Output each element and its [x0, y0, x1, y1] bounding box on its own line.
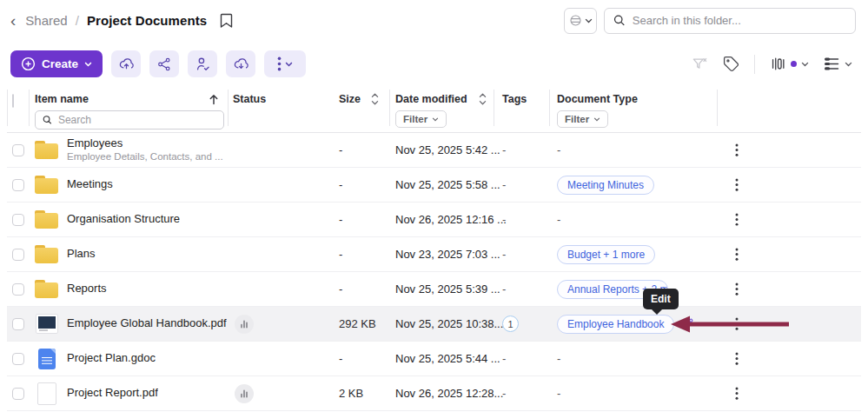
item-document-type: -	[557, 213, 560, 226]
item-size: -	[339, 143, 389, 156]
row-more-menu[interactable]	[732, 141, 741, 159]
pencil-icon	[681, 317, 694, 330]
column-header-tags[interactable]: Tags	[502, 93, 527, 105]
row-checkbox[interactable]	[12, 179, 24, 191]
item-name[interactable]: Organisation Structure	[67, 212, 180, 226]
table-row[interactable]: Employees Employee Details, Contacts, an…	[7, 133, 861, 168]
kebab-icon	[735, 213, 739, 226]
item-tags: -	[502, 282, 506, 296]
upload-button[interactable]	[111, 50, 141, 77]
item-name[interactable]: Project Report.pdf	[67, 386, 158, 400]
chevron-down-icon	[845, 62, 852, 67]
document-type-pill[interactable]: Meeting Minutes	[557, 176, 654, 195]
item-name[interactable]: Employee Global Handbook.pdf	[67, 316, 227, 330]
document-type-pill[interactable]: Employee Handbook	[557, 315, 674, 334]
list-view-icon	[824, 56, 840, 71]
folder-search[interactable]	[604, 8, 856, 34]
item-document-type: -	[557, 143, 560, 156]
bookmark-icon[interactable]	[220, 13, 233, 28]
document-type-pill[interactable]: Budget + 1 more	[557, 245, 655, 264]
edit-tooltip: Edit	[643, 289, 679, 309]
item-name[interactable]: Meetings	[67, 177, 113, 191]
filter-x-icon	[691, 56, 708, 73]
item-tags: -	[502, 248, 506, 261]
manage-access-button[interactable]	[188, 50, 217, 77]
more-actions-button[interactable]	[264, 50, 306, 77]
cloud-upload-icon	[118, 56, 135, 72]
create-button[interactable]: Create	[10, 50, 103, 77]
search-icon	[43, 115, 52, 125]
top-bar: ‹ Shared / Project Documents	[0, 0, 868, 41]
chevron-down-icon	[84, 62, 92, 67]
row-more-menu[interactable]	[732, 349, 741, 368]
row-more-menu[interactable]	[732, 176, 741, 194]
item-name[interactable]: Reports	[67, 282, 107, 296]
column-header-status[interactable]: Status	[233, 93, 266, 105]
row-more-menu[interactable]	[732, 384, 741, 402]
select-all-checkbox[interactable]	[12, 94, 14, 108]
filter-label: Filter	[565, 114, 589, 124]
row-checkbox[interactable]	[12, 144, 24, 156]
table-row[interactable]: Employee Global Handbook.pdf 292 KB Nov …	[7, 307, 861, 342]
row-checkbox[interactable]	[12, 318, 24, 330]
item-tags: -	[502, 178, 506, 191]
edit-document-type-icon[interactable]	[681, 317, 694, 330]
item-date-modified: Nov 25, 2025 5:42 ...	[389, 143, 494, 156]
table-row[interactable]: Organisation Structure - Nov 26, 2025 12…	[7, 203, 861, 237]
sort-toggle-icon[interactable]	[479, 93, 487, 105]
item-name[interactable]: Plans	[67, 247, 96, 261]
labels-button[interactable]	[723, 56, 739, 72]
view-switcher-button[interactable]	[824, 56, 852, 71]
item-date-modified: Nov 25, 2025 10:38...	[389, 317, 494, 330]
item-document-type: -	[557, 352, 560, 365]
row-checkbox[interactable]	[12, 353, 24, 365]
search-input[interactable]	[633, 14, 846, 27]
row-checkbox[interactable]	[12, 249, 24, 261]
back-icon[interactable]: ‹	[10, 12, 16, 29]
sort-toggle-icon[interactable]	[371, 93, 379, 105]
item-tags: -	[502, 213, 506, 226]
plus-circle-icon	[21, 56, 36, 71]
table-row[interactable]: Plans - Nov 23, 2025 7:03 ... - Budget +…	[7, 237, 861, 272]
toolbar-left: Create	[10, 50, 306, 77]
kebab-icon	[735, 282, 739, 296]
download-button[interactable]	[226, 50, 255, 77]
doctype-filter-button[interactable]: Filter	[557, 110, 608, 128]
tag-count-badge[interactable]: 1	[502, 316, 519, 332]
row-checkbox[interactable]	[12, 388, 24, 400]
item-name[interactable]: Employees	[67, 136, 223, 150]
toolbar-right	[691, 55, 852, 74]
row-more-menu[interactable]	[732, 280, 741, 298]
document-stats-badge[interactable]	[235, 384, 254, 403]
page-title: Project Documents	[87, 13, 207, 28]
name-filter-input[interactable]	[58, 114, 216, 126]
name-filter-search[interactable]	[35, 110, 224, 130]
chevron-down-icon	[593, 117, 600, 122]
column-settings-button[interactable]	[770, 56, 809, 72]
table-row[interactable]: Project Plan.gdoc - Nov 25, 2025 5:44 ..…	[7, 342, 861, 376]
item-name[interactable]: Project Plan.gdoc	[67, 351, 156, 365]
column-header-document-type[interactable]: Document Type	[557, 93, 717, 105]
search-scope-dropdown[interactable]	[564, 8, 597, 34]
item-size: -	[339, 248, 389, 261]
document-stats-badge[interactable]	[235, 315, 254, 334]
folder-icon	[35, 280, 58, 298]
table-row[interactable]: Project Report.pdf 2 KB Nov 26, 2025 12:…	[7, 376, 861, 411]
date-filter-button[interactable]: Filter	[395, 110, 447, 128]
breadcrumb-parent[interactable]: Shared	[25, 13, 67, 28]
column-header-date-modified[interactable]: Date modified	[395, 93, 467, 105]
table-header: Item name Status Size Date modified	[7, 87, 861, 133]
row-checkbox[interactable]	[12, 283, 24, 296]
column-header-size[interactable]: Size	[339, 93, 361, 105]
file-browser-app: ‹ Shared / Project Documents Create	[0, 0, 868, 412]
row-checkbox[interactable]	[12, 214, 24, 226]
row-more-menu[interactable]	[732, 210, 741, 229]
row-more-menu[interactable]	[732, 315, 741, 333]
row-more-menu[interactable]	[732, 245, 741, 263]
share-button[interactable]	[149, 50, 179, 77]
filter-button[interactable]	[691, 56, 708, 73]
table-row[interactable]: Reports - Nov 25, 2025 5:39 ... - Annual…	[7, 272, 861, 307]
table-row[interactable]: Meetings - Nov 25, 2025 5:58 ... - Meeti…	[7, 168, 861, 203]
column-header-item-name[interactable]: Item name	[35, 93, 89, 105]
sort-ascending-icon[interactable]	[209, 94, 219, 105]
